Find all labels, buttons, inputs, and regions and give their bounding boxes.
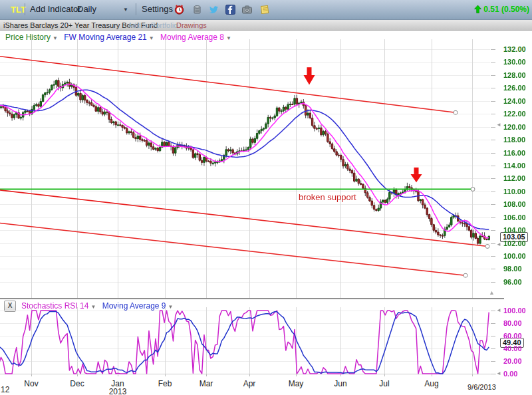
stoch-chart-canvas[interactable] <box>0 307 496 376</box>
symbol-label: TLT <box>11 5 26 15</box>
month-label: Apr <box>243 379 256 388</box>
price-axis-tick <box>491 204 495 205</box>
stoch-axis-tick <box>491 311 495 311</box>
price-axis-label: 116.00 <box>503 149 532 157</box>
price-axis-tick <box>491 62 495 63</box>
month-label: Feb <box>158 379 172 388</box>
price-axis-label: 108.00 <box>503 200 532 208</box>
timeframe-value: Daily <box>77 4 96 14</box>
chart-area: Price History▼ FW Moving Average 21▼ Mov… <box>0 31 532 395</box>
left-arrow-marker-icon: ◄ <box>496 370 501 376</box>
price-axis-label: 100.00 <box>503 252 532 260</box>
price-axis-tick <box>491 140 495 140</box>
camera-icon[interactable] <box>241 4 253 15</box>
month-label: May <box>289 379 304 388</box>
scroll-up-icon[interactable]: ▲ <box>489 289 495 296</box>
price-axis-tick <box>491 178 495 179</box>
facebook-icon[interactable] <box>225 4 236 15</box>
add-indicator-button[interactable]: Add Indicator <box>30 4 81 14</box>
month-label: Nov <box>24 379 38 388</box>
price-axis-tick <box>491 230 495 231</box>
price-axis-label: 120.00 <box>503 123 532 131</box>
month-label: Jun <box>334 379 346 388</box>
stoch-axis-label: 60.00 <box>503 332 532 340</box>
stoch-axis-tick <box>491 336 495 336</box>
month-label: Aug <box>424 379 438 388</box>
stoch-axis-tick <box>491 348 495 349</box>
price-axis-tick <box>491 75 495 76</box>
price-axis-tick <box>491 269 495 269</box>
price-axis-tick <box>491 127 495 128</box>
price-axis-tick <box>491 192 495 192</box>
price-axis-tick <box>491 114 495 114</box>
price-axis-tick <box>491 166 495 166</box>
panel-divider[interactable] <box>0 298 504 299</box>
chevron-down-icon[interactable]: ▼ <box>123 7 128 13</box>
change-value: 0.51 (0.50%) <box>483 5 529 14</box>
end-date-label: 9/6/2013 <box>467 383 496 391</box>
alarm-icon[interactable] <box>174 4 185 15</box>
separator <box>25 3 25 15</box>
price-axis-label: 104.00 <box>503 226 532 234</box>
stoch-axis-label: 20.00 <box>503 357 532 365</box>
price-axis-label: 106.00 <box>503 213 532 221</box>
price-axis-tick <box>491 243 495 244</box>
price-axis-label: 114.00 <box>503 162 532 170</box>
subbar: iShares Barclays 20+ Year Treasury Bond … <box>0 20 532 31</box>
year-label: 2013 <box>109 387 127 395</box>
price-axis-label: 118.00 <box>503 136 532 144</box>
price-axis-label: 130.00 <box>503 58 532 66</box>
price-axis-tick <box>491 49 495 50</box>
stoch-axis-label: 40.00 <box>503 344 532 352</box>
price-axis-label: 128.00 <box>503 71 532 79</box>
price-axis-tick <box>491 256 495 257</box>
up-arrow-icon <box>474 5 481 13</box>
stoch-axis-label: 80.00 <box>503 319 532 327</box>
annotation-broken-support: broken support <box>299 192 356 202</box>
left-arrow-marker-icon: ◄ <box>496 241 501 247</box>
price-axis-tick <box>491 217 495 218</box>
price-change: 0.51 (0.50%) <box>474 5 529 14</box>
price-axis-tick <box>491 101 495 102</box>
price-axis-label: 98.00 <box>503 265 532 273</box>
price-axis-label: 124.00 <box>503 97 532 105</box>
twitter-icon[interactable] <box>208 4 219 15</box>
settings-button[interactable]: Settings <box>142 4 173 14</box>
price-chart-canvas[interactable] <box>0 39 496 299</box>
price-axis-label: 132.00 <box>503 45 532 53</box>
stoch-axis-label: 100.00 <box>503 307 532 315</box>
price-axis-label: 110.00 <box>503 188 532 196</box>
price-axis-label: 96.00 <box>503 278 532 286</box>
left-arrow-marker-icon: ◄ <box>496 307 501 313</box>
price-axis-label: 112.00 <box>503 174 532 182</box>
start-year-label: 12 <box>1 385 9 394</box>
stock-chart-app: TLT Add Indicator Daily ▼ Settings <box>0 0 532 395</box>
add-to-portfolio-link[interactable]: Add to Portfolio <box>128 21 178 29</box>
stoch-axis-tick <box>491 374 495 374</box>
left-arrow-marker-icon: ◄ <box>496 122 501 128</box>
month-label: Jul <box>379 379 389 388</box>
news-icon[interactable] <box>192 4 203 15</box>
toolbar: TLT Add Indicator Daily ▼ Settings <box>0 0 532 20</box>
price-axis-label: 122.00 <box>503 110 532 118</box>
price-axis-tick <box>491 153 495 154</box>
month-label: Dec <box>70 379 84 388</box>
separator <box>136 3 136 15</box>
price-axis-tick <box>491 88 495 88</box>
price-axis-label: 102.00 <box>503 239 532 247</box>
stoch-axis-tick <box>491 323 495 324</box>
price-axis-tick <box>491 282 495 283</box>
stoch-axis-tick <box>491 361 495 362</box>
stoch-axis-label: 0.00 <box>503 370 532 378</box>
month-label: Mar <box>200 379 213 388</box>
notes-icon[interactable] <box>259 4 271 15</box>
drawings-link[interactable]: Drawings <box>176 21 207 29</box>
price-axis-label: 126.00 <box>503 84 532 92</box>
